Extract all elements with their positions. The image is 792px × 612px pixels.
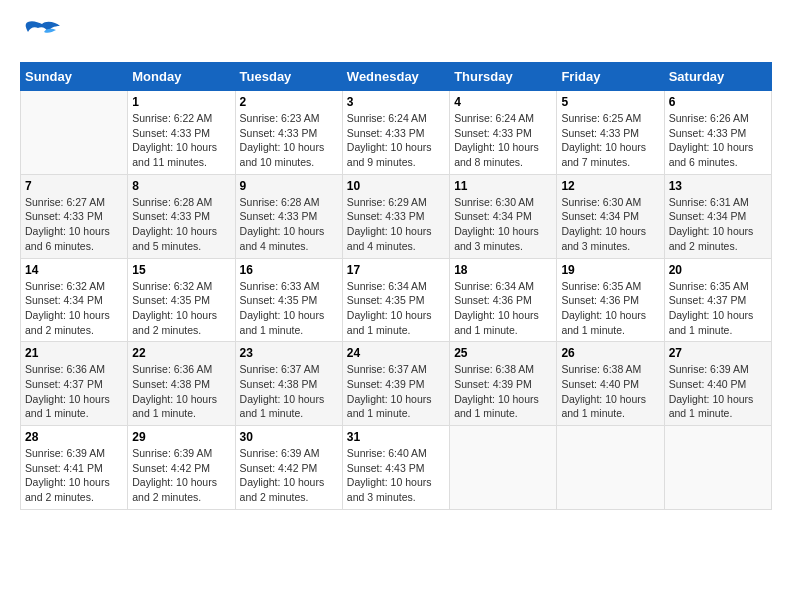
day-info: Sunrise: 6:27 AM Sunset: 4:33 PM Dayligh… (25, 195, 123, 254)
logo-bird-icon (24, 20, 60, 48)
day-number: 18 (454, 263, 552, 277)
day-number: 15 (132, 263, 230, 277)
calendar-week-row: 7Sunrise: 6:27 AM Sunset: 4:33 PM Daylig… (21, 174, 772, 258)
day-info: Sunrise: 6:30 AM Sunset: 4:34 PM Dayligh… (561, 195, 659, 254)
calendar-cell (21, 91, 128, 175)
days-of-week-row: SundayMondayTuesdayWednesdayThursdayFrid… (21, 63, 772, 91)
calendar-header: SundayMondayTuesdayWednesdayThursdayFrid… (21, 63, 772, 91)
calendar-cell (664, 426, 771, 510)
calendar-body: 1Sunrise: 6:22 AM Sunset: 4:33 PM Daylig… (21, 91, 772, 510)
calendar-week-row: 28Sunrise: 6:39 AM Sunset: 4:41 PM Dayli… (21, 426, 772, 510)
day-number: 1 (132, 95, 230, 109)
day-info: Sunrise: 6:38 AM Sunset: 4:40 PM Dayligh… (561, 362, 659, 421)
day-number: 14 (25, 263, 123, 277)
day-number: 29 (132, 430, 230, 444)
day-info: Sunrise: 6:39 AM Sunset: 4:42 PM Dayligh… (132, 446, 230, 505)
calendar-cell: 6Sunrise: 6:26 AM Sunset: 4:33 PM Daylig… (664, 91, 771, 175)
day-info: Sunrise: 6:37 AM Sunset: 4:38 PM Dayligh… (240, 362, 338, 421)
day-number: 6 (669, 95, 767, 109)
day-info: Sunrise: 6:23 AM Sunset: 4:33 PM Dayligh… (240, 111, 338, 170)
day-number: 16 (240, 263, 338, 277)
day-info: Sunrise: 6:24 AM Sunset: 4:33 PM Dayligh… (347, 111, 445, 170)
calendar-cell: 15Sunrise: 6:32 AM Sunset: 4:35 PM Dayli… (128, 258, 235, 342)
logo (20, 20, 60, 52)
day-info: Sunrise: 6:30 AM Sunset: 4:34 PM Dayligh… (454, 195, 552, 254)
calendar-cell: 29Sunrise: 6:39 AM Sunset: 4:42 PM Dayli… (128, 426, 235, 510)
day-number: 8 (132, 179, 230, 193)
day-info: Sunrise: 6:37 AM Sunset: 4:39 PM Dayligh… (347, 362, 445, 421)
calendar-cell: 5Sunrise: 6:25 AM Sunset: 4:33 PM Daylig… (557, 91, 664, 175)
day-number: 12 (561, 179, 659, 193)
day-number: 19 (561, 263, 659, 277)
day-info: Sunrise: 6:36 AM Sunset: 4:38 PM Dayligh… (132, 362, 230, 421)
day-of-week-sunday: Sunday (21, 63, 128, 91)
day-number: 9 (240, 179, 338, 193)
calendar-cell: 18Sunrise: 6:34 AM Sunset: 4:36 PM Dayli… (450, 258, 557, 342)
calendar-cell: 14Sunrise: 6:32 AM Sunset: 4:34 PM Dayli… (21, 258, 128, 342)
day-number: 17 (347, 263, 445, 277)
day-info: Sunrise: 6:39 AM Sunset: 4:42 PM Dayligh… (240, 446, 338, 505)
day-of-week-tuesday: Tuesday (235, 63, 342, 91)
calendar-cell: 20Sunrise: 6:35 AM Sunset: 4:37 PM Dayli… (664, 258, 771, 342)
day-of-week-friday: Friday (557, 63, 664, 91)
calendar-week-row: 14Sunrise: 6:32 AM Sunset: 4:34 PM Dayli… (21, 258, 772, 342)
calendar-cell: 4Sunrise: 6:24 AM Sunset: 4:33 PM Daylig… (450, 91, 557, 175)
day-number: 20 (669, 263, 767, 277)
day-info: Sunrise: 6:32 AM Sunset: 4:34 PM Dayligh… (25, 279, 123, 338)
day-number: 2 (240, 95, 338, 109)
day-info: Sunrise: 6:26 AM Sunset: 4:33 PM Dayligh… (669, 111, 767, 170)
day-info: Sunrise: 6:28 AM Sunset: 4:33 PM Dayligh… (132, 195, 230, 254)
day-of-week-monday: Monday (128, 63, 235, 91)
day-number: 26 (561, 346, 659, 360)
day-info: Sunrise: 6:39 AM Sunset: 4:41 PM Dayligh… (25, 446, 123, 505)
calendar-cell: 22Sunrise: 6:36 AM Sunset: 4:38 PM Dayli… (128, 342, 235, 426)
day-info: Sunrise: 6:35 AM Sunset: 4:37 PM Dayligh… (669, 279, 767, 338)
day-info: Sunrise: 6:39 AM Sunset: 4:40 PM Dayligh… (669, 362, 767, 421)
day-of-week-saturday: Saturday (664, 63, 771, 91)
calendar-cell: 8Sunrise: 6:28 AM Sunset: 4:33 PM Daylig… (128, 174, 235, 258)
calendar-cell: 27Sunrise: 6:39 AM Sunset: 4:40 PM Dayli… (664, 342, 771, 426)
day-number: 3 (347, 95, 445, 109)
calendar-cell: 25Sunrise: 6:38 AM Sunset: 4:39 PM Dayli… (450, 342, 557, 426)
calendar-cell: 30Sunrise: 6:39 AM Sunset: 4:42 PM Dayli… (235, 426, 342, 510)
day-number: 25 (454, 346, 552, 360)
day-info: Sunrise: 6:22 AM Sunset: 4:33 PM Dayligh… (132, 111, 230, 170)
day-of-week-thursday: Thursday (450, 63, 557, 91)
calendar-cell: 13Sunrise: 6:31 AM Sunset: 4:34 PM Dayli… (664, 174, 771, 258)
day-number: 10 (347, 179, 445, 193)
day-number: 24 (347, 346, 445, 360)
day-info: Sunrise: 6:38 AM Sunset: 4:39 PM Dayligh… (454, 362, 552, 421)
day-number: 4 (454, 95, 552, 109)
calendar-cell: 19Sunrise: 6:35 AM Sunset: 4:36 PM Dayli… (557, 258, 664, 342)
calendar-cell: 28Sunrise: 6:39 AM Sunset: 4:41 PM Dayli… (21, 426, 128, 510)
day-number: 28 (25, 430, 123, 444)
calendar-cell: 12Sunrise: 6:30 AM Sunset: 4:34 PM Dayli… (557, 174, 664, 258)
day-info: Sunrise: 6:31 AM Sunset: 4:34 PM Dayligh… (669, 195, 767, 254)
calendar-cell: 11Sunrise: 6:30 AM Sunset: 4:34 PM Dayli… (450, 174, 557, 258)
day-number: 23 (240, 346, 338, 360)
day-info: Sunrise: 6:36 AM Sunset: 4:37 PM Dayligh… (25, 362, 123, 421)
day-number: 7 (25, 179, 123, 193)
calendar-cell: 2Sunrise: 6:23 AM Sunset: 4:33 PM Daylig… (235, 91, 342, 175)
day-number: 22 (132, 346, 230, 360)
calendar-week-row: 21Sunrise: 6:36 AM Sunset: 4:37 PM Dayli… (21, 342, 772, 426)
day-number: 31 (347, 430, 445, 444)
day-info: Sunrise: 6:29 AM Sunset: 4:33 PM Dayligh… (347, 195, 445, 254)
calendar-table: SundayMondayTuesdayWednesdayThursdayFrid… (20, 62, 772, 510)
day-number: 21 (25, 346, 123, 360)
day-number: 27 (669, 346, 767, 360)
calendar-cell: 21Sunrise: 6:36 AM Sunset: 4:37 PM Dayli… (21, 342, 128, 426)
day-number: 5 (561, 95, 659, 109)
calendar-cell: 9Sunrise: 6:28 AM Sunset: 4:33 PM Daylig… (235, 174, 342, 258)
day-number: 30 (240, 430, 338, 444)
day-info: Sunrise: 6:32 AM Sunset: 4:35 PM Dayligh… (132, 279, 230, 338)
calendar-cell: 1Sunrise: 6:22 AM Sunset: 4:33 PM Daylig… (128, 91, 235, 175)
day-number: 13 (669, 179, 767, 193)
calendar-week-row: 1Sunrise: 6:22 AM Sunset: 4:33 PM Daylig… (21, 91, 772, 175)
day-info: Sunrise: 6:34 AM Sunset: 4:36 PM Dayligh… (454, 279, 552, 338)
calendar-cell: 7Sunrise: 6:27 AM Sunset: 4:33 PM Daylig… (21, 174, 128, 258)
calendar-cell (557, 426, 664, 510)
calendar-cell: 26Sunrise: 6:38 AM Sunset: 4:40 PM Dayli… (557, 342, 664, 426)
day-info: Sunrise: 6:28 AM Sunset: 4:33 PM Dayligh… (240, 195, 338, 254)
calendar-cell: 23Sunrise: 6:37 AM Sunset: 4:38 PM Dayli… (235, 342, 342, 426)
